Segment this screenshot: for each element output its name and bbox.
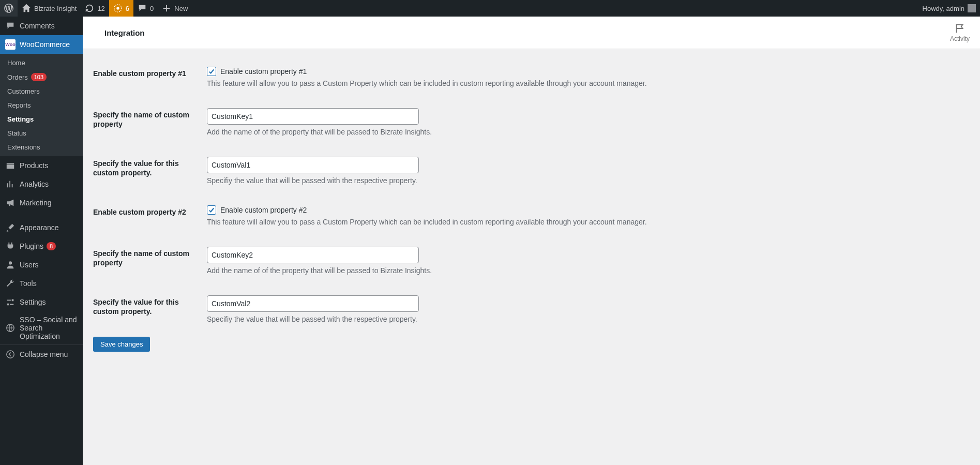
row-label: Specify the value for this custom proper… bbox=[93, 288, 207, 337]
products-icon bbox=[5, 160, 16, 171]
svg-point-2 bbox=[9, 261, 12, 264]
updates-link[interactable]: 12 bbox=[81, 0, 109, 17]
row-label: Specify the name of custom property bbox=[93, 101, 207, 149]
cp1-name-input[interactable] bbox=[207, 108, 419, 125]
avatar bbox=[968, 4, 976, 12]
sidebar-item-label: WooCommerce bbox=[20, 40, 70, 49]
my-account-link[interactable]: Howdy, admin bbox=[918, 0, 980, 17]
row-label: Specify the value for this custom proper… bbox=[93, 149, 207, 198]
sidebar-item-label: Settings bbox=[20, 298, 46, 306]
notices-count: 6 bbox=[126, 5, 129, 12]
new-content-link[interactable]: New bbox=[158, 0, 192, 17]
brush-icon bbox=[5, 222, 16, 233]
flag-icon bbox=[954, 23, 966, 34]
submenu-item-orders[interactable]: Orders 103 bbox=[0, 70, 83, 84]
admin-bar: Bizrate Insight 12 6 0 New Howdy, admin bbox=[0, 0, 980, 17]
wrench-icon bbox=[5, 278, 16, 289]
analytics-icon bbox=[5, 179, 16, 189]
sidebar-item-label: Users bbox=[20, 261, 39, 269]
sidebar-item-plugins[interactable]: Plugins 8 bbox=[0, 237, 83, 256]
notices-icon bbox=[113, 4, 123, 13]
woocommerce-submenu: Home Orders 103 Customers Reports Settin… bbox=[0, 54, 83, 156]
cp2-name-input[interactable] bbox=[207, 247, 419, 263]
chevron-left-circle-icon bbox=[5, 349, 16, 359]
globe-icon bbox=[5, 323, 16, 333]
sidebar-item-marketing[interactable]: Marketing bbox=[0, 193, 83, 212]
megaphone-icon bbox=[5, 198, 16, 208]
sidebar-item-appearance[interactable]: Appearance bbox=[0, 218, 83, 237]
submenu-item-home[interactable]: Home bbox=[0, 56, 83, 70]
updates-icon bbox=[85, 4, 94, 13]
sidebar-item-label: Appearance bbox=[20, 223, 59, 232]
sidebar-item-tools[interactable]: Tools bbox=[0, 274, 83, 293]
sidebar-item-label: Plugins bbox=[20, 242, 43, 250]
home-icon bbox=[22, 4, 31, 13]
field-description: This feature will allow you to pass a Cu… bbox=[207, 79, 970, 87]
sidebar-item-wp-settings[interactable]: Settings bbox=[0, 293, 83, 311]
field-description: This feature will allow you to pass a Cu… bbox=[207, 218, 970, 226]
field-description: Specifiy the value that will be passed w… bbox=[207, 176, 970, 185]
page-title: Integration bbox=[104, 28, 145, 37]
save-changes-button[interactable]: Save changes bbox=[93, 337, 150, 352]
content-area: Integration Activity Enable custom prope… bbox=[83, 0, 980, 362]
settings-form-table: Enable custom property #1 Enable custom … bbox=[93, 59, 970, 337]
plugin-icon bbox=[5, 241, 16, 251]
plus-icon bbox=[162, 4, 171, 13]
wp-logo[interactable] bbox=[0, 0, 18, 17]
sliders-icon bbox=[5, 297, 16, 307]
field-description: Add the name of of the property that wil… bbox=[207, 266, 970, 275]
sidebar-item-analytics[interactable]: Analytics bbox=[0, 175, 83, 193]
new-label: New bbox=[174, 5, 188, 12]
checkbox-label: Enable custom property #2 bbox=[220, 206, 307, 214]
orders-badge: 103 bbox=[31, 73, 47, 81]
field-description: Add the name of of the property that wil… bbox=[207, 128, 970, 136]
row-label: Enable custom property #2 bbox=[93, 198, 207, 239]
check-icon bbox=[208, 68, 215, 75]
activity-button[interactable]: Activity bbox=[950, 23, 970, 42]
woocommerce-icon: Woo bbox=[5, 39, 16, 50]
row-label: Specify the name of custom property bbox=[93, 239, 207, 288]
svg-point-1 bbox=[116, 7, 119, 9]
sidebar-item-label: Products bbox=[20, 161, 48, 170]
sidebar-item-sso[interactable]: SSO – Social and Search Optimization bbox=[0, 311, 83, 344]
user-icon bbox=[5, 260, 16, 270]
sidebar-item-label: Tools bbox=[20, 279, 37, 288]
site-name-link[interactable]: Bizrate Insight bbox=[18, 0, 81, 17]
sidebar-item-products[interactable]: Products bbox=[0, 156, 83, 175]
howdy-text: Howdy, admin bbox=[923, 5, 964, 12]
page-subheader: Integration Activity bbox=[83, 17, 980, 49]
notices-link[interactable]: 6 bbox=[109, 0, 133, 17]
comment-icon bbox=[5, 21, 16, 31]
submenu-item-reports[interactable]: Reports bbox=[0, 98, 83, 112]
sidebar-item-label: SSO – Social and Search Optimization bbox=[20, 316, 78, 340]
wordpress-icon bbox=[4, 4, 13, 13]
submenu-item-status[interactable]: Status bbox=[0, 126, 83, 140]
enable-cp2-label[interactable]: Enable custom property #2 bbox=[207, 205, 970, 215]
enable-cp1-checkbox[interactable] bbox=[207, 67, 216, 76]
field-description: Specifiy the value that will be passed w… bbox=[207, 315, 970, 323]
activity-label: Activity bbox=[950, 35, 970, 42]
row-label: Enable custom property #1 bbox=[93, 59, 207, 101]
checkbox-label: Enable custom property #1 bbox=[220, 67, 307, 76]
sidebar-item-comments[interactable]: Comments bbox=[0, 17, 83, 35]
cp2-value-input[interactable] bbox=[207, 295, 419, 312]
submenu-item-extensions[interactable]: Extensions bbox=[0, 140, 83, 154]
site-title: Bizrate Insight bbox=[34, 5, 77, 12]
sidebar-item-woocommerce[interactable]: Woo WooCommerce bbox=[0, 35, 83, 54]
sidebar-item-label: Marketing bbox=[20, 199, 51, 207]
comments-link[interactable]: 0 bbox=[133, 0, 158, 17]
enable-cp2-checkbox[interactable] bbox=[207, 205, 216, 215]
collapse-menu-button[interactable]: Collapse menu bbox=[0, 344, 83, 362]
submenu-item-customers[interactable]: Customers bbox=[0, 84, 83, 98]
plugins-badge: 8 bbox=[47, 242, 56, 250]
cp1-value-input[interactable] bbox=[207, 157, 419, 173]
submenu-item-settings[interactable]: Settings bbox=[0, 112, 83, 126]
comment-icon bbox=[138, 4, 147, 13]
sidebar-item-users[interactable]: Users bbox=[0, 256, 83, 274]
sidebar-item-label: Comments bbox=[20, 22, 55, 30]
admin-sidebar: Comments Woo WooCommerce Home Orders 103… bbox=[0, 17, 83, 362]
sidebar-item-label: Analytics bbox=[20, 180, 49, 188]
comments-count: 0 bbox=[150, 5, 154, 12]
svg-point-4 bbox=[7, 351, 14, 358]
enable-cp1-label[interactable]: Enable custom property #1 bbox=[207, 67, 970, 76]
